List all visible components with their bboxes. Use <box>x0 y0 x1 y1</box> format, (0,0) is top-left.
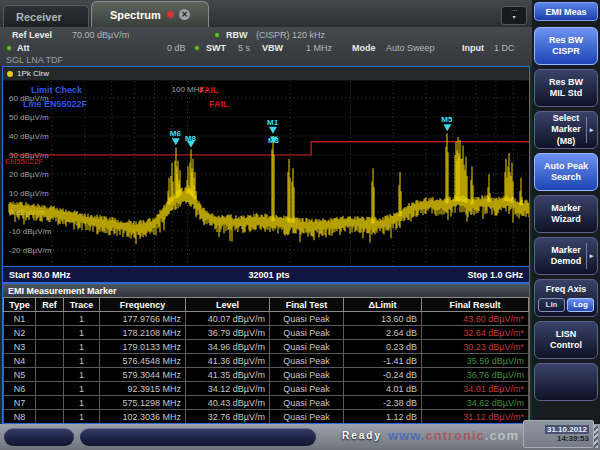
softkey-label: Res BW <box>549 35 583 46</box>
cell-level: 36.79 dBµV/m <box>186 326 270 340</box>
rbw-label: RBW <box>226 30 248 40</box>
softkey-label: Freq Axis <box>546 284 587 295</box>
column-header: Trace <box>64 298 100 312</box>
table-row[interactable]: N51579.3044 MHz41.35 dBµV/mQuasi Peak-0.… <box>4 368 529 382</box>
cell-trace: 1 <box>64 382 100 396</box>
cell-type: N4 <box>4 354 36 368</box>
svg-text:50 dBµV/m: 50 dBµV/m <box>9 113 49 122</box>
softkey-marker-demod[interactable]: MarkerDemod▸ <box>534 237 598 275</box>
cell-delta_limit: 1.12 dB <box>344 410 422 424</box>
tab-receiver-label: Receiver <box>16 11 62 23</box>
cell-frequency: 102.3036 MHz <box>100 410 186 424</box>
cell-final_result: 35.59 dBµV/m <box>422 354 529 368</box>
limit-check-result: FAIL <box>199 85 219 95</box>
stop-frequency: Stop 1.0 GHz <box>467 270 523 280</box>
table-row[interactable]: N6192.3915 MHz34.12 dBµV/mQuasi Peak4.01… <box>4 382 529 396</box>
table-row[interactable]: N81102.3036 MHz32.76 dBµV/mQuasi Peak1.1… <box>4 410 529 424</box>
input-value[interactable]: 1 DC <box>494 43 515 53</box>
sweep-points: 32001 pts <box>248 270 289 280</box>
table-row[interactable]: N21178.2108 MHz36.79 dBµV/mQuasi Peak2.6… <box>4 326 529 340</box>
cell-trace: 1 <box>64 312 100 326</box>
cell-level: 41.36 dBµV/m <box>186 354 270 368</box>
swt-value[interactable]: 5 s <box>238 43 250 53</box>
menu-dots-icon: ⋯ <box>502 7 526 14</box>
ref-level-value[interactable]: 70.00 dBµV/m <box>72 30 129 40</box>
tab-bar: Receiver Spectrum ✱ ✕ ⋯ ▾ <box>0 0 532 27</box>
softkey-label: Marker <box>551 245 581 256</box>
limit-line-label: EN55022F <box>5 157 43 166</box>
softkey-auto-peak-search[interactable]: Auto PeakSearch <box>534 153 598 191</box>
marker-table-body: N11177.9766 MHz40.07 dBµV/mQuasi Peak13.… <box>4 312 529 424</box>
cell-type: N6 <box>4 382 36 396</box>
cell-final_result: 30.23 dBµV/m* <box>422 340 529 354</box>
softkey-blank[interactable] <box>534 363 598 401</box>
spectrum-plot[interactable]: 60 dBµV/m50 dBµV/m40 dBµV/m30 dBµV/m20 d… <box>3 81 529 266</box>
status-button-2[interactable] <box>80 428 316 446</box>
column-header: Level <box>186 298 270 312</box>
status-bar: Ready www.cntronic.com <box>0 424 600 450</box>
cell-frequency: 177.9766 MHz <box>100 312 186 326</box>
spectrum-trace <box>9 133 529 244</box>
softkey-lisn-control[interactable]: LISNControl <box>534 321 598 359</box>
softkey-res-bw-mil-std[interactable]: Res BWMIL Std <box>534 69 598 107</box>
cell-level: 34.96 dBµV/m <box>186 340 270 354</box>
softkey-label: Wizard <box>551 214 580 225</box>
cell-ref <box>36 410 64 424</box>
softkey-freq-axis[interactable]: Freq AxisLinLog <box>534 279 598 317</box>
close-tab-icon[interactable]: ✕ <box>179 9 190 20</box>
table-row[interactable]: N31179.0133 MHz34.96 dBµV/mQuasi Peak0.2… <box>4 340 529 354</box>
input-label: Input <box>462 43 484 53</box>
marker-M5-label: M5 <box>441 115 453 124</box>
freq-axis-log-toggle[interactable]: Log <box>567 298 594 312</box>
cell-ref <box>36 382 64 396</box>
cell-final_result: 34.01 dBµV/m* <box>422 382 529 396</box>
cell-delta_limit: -1.41 dB <box>344 354 422 368</box>
softkey-label: Select <box>553 113 580 124</box>
vbw-label: VBW <box>262 43 283 53</box>
marker-M8-label: M8 <box>185 134 197 143</box>
rbw-value[interactable]: (CISPR) 120 kHz <box>256 30 325 40</box>
marker-M1-icon <box>269 127 277 134</box>
cell-type: N7 <box>4 396 36 410</box>
start-frequency: Start 30.0 MHz <box>9 270 71 280</box>
limit-line-name: Line EN55022F <box>23 99 88 109</box>
softkey-label: Marker <box>551 203 581 214</box>
softkey-select-marker[interactable]: SelectMarker(M8)▸ <box>534 111 598 149</box>
trace-label[interactable]: 1Pk Clrw <box>17 69 49 78</box>
cell-final_test: Quasi Peak <box>270 382 344 396</box>
softkey-marker-wizard[interactable]: MarkerWizard <box>534 195 598 233</box>
cell-final_test: Quasi Peak <box>270 312 344 326</box>
window-menu-button[interactable]: ⋯ ▾ <box>501 6 527 25</box>
table-row[interactable]: N11177.9766 MHz40.07 dBµV/mQuasi Peak13.… <box>4 312 529 326</box>
att-value[interactable]: 0 dB <box>167 43 186 53</box>
submenu-arrow-icon: ▸ <box>586 117 596 143</box>
limit-check-title: Limit Check <box>31 85 83 95</box>
table-row[interactable]: N41576.4548 MHz41.36 dBµV/mQuasi Peak-1.… <box>4 354 529 368</box>
softkey-label: (M8) <box>557 136 576 147</box>
time-value: 14:39:53 <box>557 434 589 443</box>
marker-table-title: EMI Measurement Marker <box>3 284 529 297</box>
cell-final_test: Quasi Peak <box>270 326 344 340</box>
status-button-1[interactable] <box>4 428 74 446</box>
vbw-value[interactable]: 1 MHz <box>306 43 332 53</box>
softkey-label: Search <box>551 172 581 183</box>
tab-receiver[interactable]: Receiver <box>3 5 89 27</box>
trace1-dot-icon <box>7 71 13 77</box>
freq-axis-lin-toggle[interactable]: Lin <box>538 298 565 312</box>
cell-frequency: 576.4548 MHz <box>100 354 186 368</box>
tab-spectrum-label: Spectrum <box>110 9 161 21</box>
marker-M1-label: M1 <box>267 118 279 127</box>
cell-level: 32.76 dBµV/m <box>186 410 270 424</box>
watermark: www.cntronic.com <box>388 428 519 443</box>
mode-label: Mode <box>352 43 376 53</box>
chart-footer: Start 30.0 MHz 32001 pts Stop 1.0 GHz <box>3 266 529 282</box>
cell-ref <box>36 354 64 368</box>
mode-value[interactable]: Auto Sweep <box>386 43 435 53</box>
softkey-res-bw-cispr[interactable]: Res BWCISPR <box>534 27 598 65</box>
tab-spectrum[interactable]: Spectrum ✱ ✕ <box>91 1 209 27</box>
svg-text:-10 dBµV/m: -10 dBµV/m <box>9 227 52 236</box>
menu-title-emi-meas: EMI Meas <box>534 2 598 21</box>
cell-trace: 1 <box>64 340 100 354</box>
table-row[interactable]: N71575.1298 MHz40.43 dBµV/mQuasi Peak-2.… <box>4 396 529 410</box>
cell-level: 41.35 dBµV/m <box>186 368 270 382</box>
